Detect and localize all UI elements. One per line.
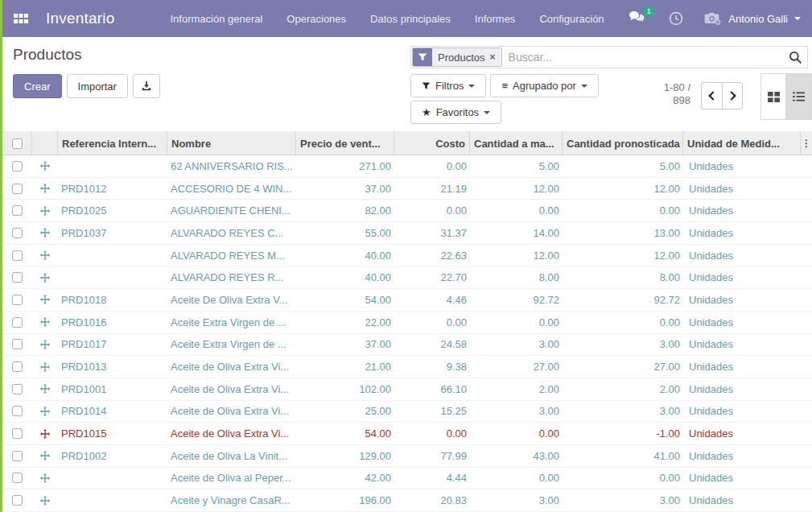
table-row[interactable]: Aceite y Vinagre CasaR... 196.00 20.83 3… xyxy=(2,489,812,512)
facet-label: Productos xyxy=(438,52,485,64)
drag-handle-icon[interactable] xyxy=(40,496,50,506)
drag-handle-icon[interactable] xyxy=(40,362,50,372)
table-row[interactable]: Aceite de Oliva al Peper... 42.00 4.44 0… xyxy=(2,468,812,490)
cell-referencia: PRD1013 xyxy=(58,361,167,373)
messages-icon[interactable]: 1 xyxy=(629,10,648,27)
drag-handle-icon[interactable] xyxy=(40,206,50,216)
export-button[interactable] xyxy=(133,74,160,98)
search-facet[interactable]: Productos × xyxy=(412,47,502,67)
row-checkbox[interactable] xyxy=(12,473,23,483)
row-checkbox[interactable] xyxy=(12,184,23,194)
menu-operaciones[interactable]: Operaciones xyxy=(278,8,355,30)
avatar-camera-icon xyxy=(704,12,722,26)
cell-nombre: Aceite y Vinagre CasaR... xyxy=(167,494,296,506)
cell-precio: 21.00 xyxy=(296,361,394,373)
table-row[interactable]: PRD1012 ACCESORIO DE 4 WIN... 37.00 21.1… xyxy=(2,178,812,200)
table-row[interactable]: PRD1016 Aceite Extra Virgen de ... 22.00… xyxy=(2,312,812,334)
table-row[interactable]: PRD1018 Aceite De Oliva Extra V... 54.00… xyxy=(2,289,812,312)
menu-informacion-general[interactable]: Información general xyxy=(161,8,271,30)
search-icon[interactable] xyxy=(789,51,802,64)
list-view-button[interactable] xyxy=(786,73,812,120)
header-precio[interactable]: Precio de vent... xyxy=(296,131,394,155)
facet-filter-icon xyxy=(413,48,432,66)
cell-cantidad-mano: 3.00 xyxy=(470,494,563,506)
filters-button[interactable]: Filtros xyxy=(410,74,486,97)
drag-handle-icon[interactable] xyxy=(40,250,50,260)
header-cantidad-mano[interactable]: Cantidad a ma... xyxy=(470,131,563,155)
cell-nombre: Aceite De Oliva Extra V... xyxy=(167,294,296,306)
drag-handle-icon[interactable] xyxy=(40,228,50,237)
menu-datos-principales[interactable]: Datos principales xyxy=(361,8,460,30)
search-input[interactable] xyxy=(509,51,784,64)
row-checkbox[interactable] xyxy=(12,272,23,283)
funnel-icon xyxy=(422,81,431,90)
table-row[interactable]: PRD1015 Aceite de Oliva Extra Vi... 54.0… xyxy=(2,423,812,445)
import-button[interactable]: Importar xyxy=(67,74,128,98)
header-cantidad-pronosticada[interactable]: Cantidad pronosticada xyxy=(563,131,683,155)
row-checkbox[interactable] xyxy=(12,361,23,372)
table-row[interactable]: PRD1037 ALVARADO REYES C... 55.00 31.37 … xyxy=(2,222,812,245)
star-icon: ★ xyxy=(422,106,431,118)
menu-configuracion[interactable]: Configuración xyxy=(530,8,612,30)
pager: 1-80 / 898 xyxy=(566,81,690,107)
row-checkbox[interactable] xyxy=(12,339,23,349)
table-row[interactable]: ALVARADO REYES R... 40.00 22.70 8.00 8.0… xyxy=(2,266,812,289)
apps-menu-icon[interactable] xyxy=(9,6,33,31)
cell-cantidad-pronosticada: -1.00 xyxy=(563,427,683,440)
row-checkbox[interactable] xyxy=(12,205,23,216)
activities-icon[interactable] xyxy=(669,11,683,26)
drag-handle-icon[interactable] xyxy=(40,184,50,193)
favorites-button[interactable]: ★ Favoritos xyxy=(410,101,501,124)
main-content: Productos Crear Importar Productos xyxy=(2,37,812,512)
cell-cantidad-pronosticada: 12.00 xyxy=(563,183,683,195)
pager-previous-button[interactable] xyxy=(701,82,722,109)
drag-handle-icon[interactable] xyxy=(40,340,50,349)
cell-precio: 40.00 xyxy=(296,271,394,283)
drag-handle-icon[interactable] xyxy=(40,295,50,304)
row-checkbox[interactable] xyxy=(12,451,23,461)
cell-referencia: PRD1001 xyxy=(58,383,167,395)
table-row[interactable]: PRD1025 AGUARDIENTE CHENI... 82.00 0.00 … xyxy=(2,200,812,222)
row-checkbox[interactable] xyxy=(12,250,23,261)
drag-handle-icon[interactable] xyxy=(40,407,50,416)
kanban-view-button[interactable] xyxy=(760,73,786,120)
drag-handle-icon[interactable] xyxy=(40,451,50,460)
optional-columns-icon[interactable]: ⋮ xyxy=(801,131,812,155)
drag-handle-icon[interactable] xyxy=(40,317,50,327)
search-bar[interactable]: Productos × xyxy=(410,46,808,68)
row-checkbox[interactable] xyxy=(12,406,23,416)
select-all-checkbox[interactable] xyxy=(12,138,23,149)
table-row[interactable]: 62 ANNIVERSARIO RIS... 271.00 0.00 5.00 … xyxy=(2,155,812,178)
row-checkbox[interactable] xyxy=(12,295,23,305)
menu-informes[interactable]: Informes xyxy=(466,8,525,30)
pager-range: 1-80 / xyxy=(566,81,690,94)
drag-handle-icon[interactable] xyxy=(40,429,50,439)
table-row[interactable]: PRD1013 Aceite de Oliva Extra Vi... 21.0… xyxy=(2,356,812,378)
table-row[interactable]: ALVARADO REYES M... 40.00 22.63 12.00 12… xyxy=(2,245,812,267)
table-row[interactable]: PRD1017 Aceite Extra Virgen de ... 37.00… xyxy=(2,334,812,357)
row-checkbox[interactable] xyxy=(12,228,23,238)
user-menu[interactable]: Antonio Galli xyxy=(704,12,801,26)
table-row[interactable]: PRD1001 Aceite de Oliva Extra Vi... 102.… xyxy=(2,378,812,401)
row-checkbox[interactable] xyxy=(12,161,23,171)
table-row[interactable]: PRD1002 Aceite de Oliva La Vinit... 129.… xyxy=(2,445,812,468)
pager-next-button[interactable] xyxy=(722,82,743,109)
header-unidad-medida[interactable]: Unidad de Medid... xyxy=(683,131,801,155)
cell-costo: 21.19 xyxy=(394,183,470,195)
drag-handle-icon[interactable] xyxy=(40,384,50,394)
cell-referencia: PRD1017 xyxy=(58,338,167,350)
row-checkbox[interactable] xyxy=(12,384,23,394)
drag-handle-icon[interactable] xyxy=(40,273,50,283)
row-checkbox[interactable] xyxy=(12,428,23,439)
cell-cantidad-pronosticada: 5.00 xyxy=(563,160,683,172)
drag-handle-icon[interactable] xyxy=(40,473,50,483)
header-costo[interactable]: Costo xyxy=(394,131,470,155)
row-checkbox[interactable] xyxy=(12,495,23,506)
row-checkbox[interactable] xyxy=(12,317,23,328)
header-referencia[interactable]: Referencia Intern... xyxy=(58,131,167,155)
header-nombre[interactable]: Nombre xyxy=(167,131,296,155)
drag-handle-icon[interactable] xyxy=(40,161,50,171)
table-row[interactable]: PRD1014 Aceite de Oliva Extra Vi... 25.0… xyxy=(2,401,812,423)
create-button[interactable]: Crear xyxy=(13,74,62,98)
facet-remove-icon[interactable]: × xyxy=(490,52,496,63)
